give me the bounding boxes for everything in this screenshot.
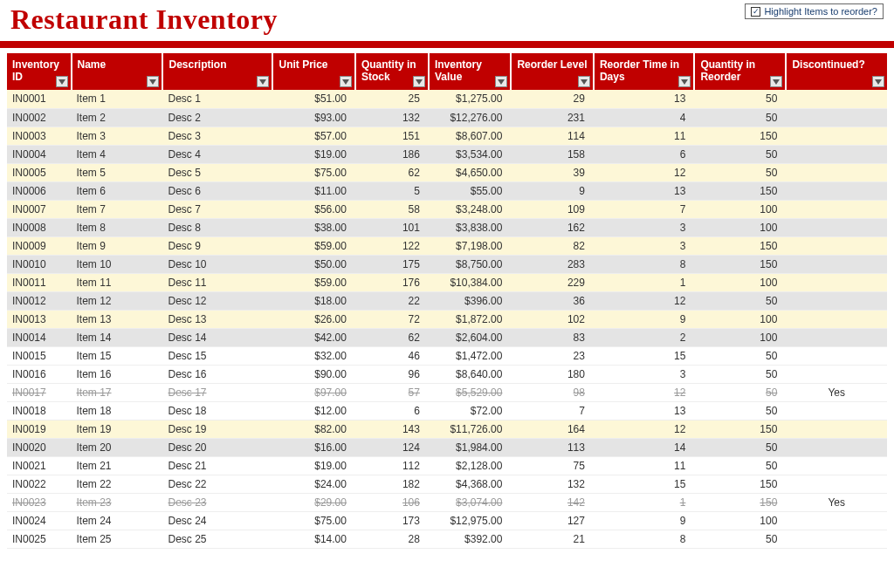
table-row[interactable]: IN0023Item 23Desc 23$29.00106$3,074.0014… [7,493,887,511]
table-row[interactable]: IN0004Item 4Desc 4$19.00186$3,534.001586… [7,145,887,163]
cell [786,310,887,328]
table-row[interactable]: IN0018Item 18Desc 18$12.006$72.0071350 [7,401,887,420]
cell: Desc 8 [162,218,272,236]
cell: 132 [511,475,593,493]
table-row[interactable]: IN0017Item 17Desc 17$97.0057$5,529.00981… [7,383,887,401]
cell: $51.00 [272,90,354,108]
cell: Desc 3 [162,126,272,145]
cell: 50 [694,90,786,108]
cell: Item 13 [72,310,163,328]
cell: $75.00 [272,511,354,530]
table-row[interactable]: IN0013Item 13Desc 13$26.0072$1,872.00102… [7,310,887,328]
cell: 50 [694,163,786,181]
cell [786,145,887,163]
cell [786,530,887,548]
table-row[interactable]: IN0019Item 19Desc 19$82.00143$11,726.001… [7,420,887,438]
svg-marker-7 [681,79,688,85]
filter-dropdown-icon[interactable] [340,76,352,87]
column-header[interactable]: Name [72,53,163,90]
table-row[interactable]: IN0007Item 7Desc 7$56.0058$3,248.0010971… [7,200,887,218]
cell: Item 10 [72,255,163,273]
filter-dropdown-icon[interactable] [678,76,691,87]
filter-dropdown-icon[interactable] [257,76,269,87]
cell: Desc 5 [162,163,272,181]
cell: 23 [511,346,593,365]
filter-dropdown-icon[interactable] [413,76,425,87]
cell: IN0019 [7,420,72,438]
table-row[interactable]: IN0005Item 5Desc 5$75.0062$4,650.0039125… [7,163,887,181]
cell: Desc 24 [162,511,272,530]
column-header[interactable]: Inventory ID [7,53,72,90]
cell: 22 [355,291,429,310]
filter-dropdown-icon[interactable] [872,76,884,87]
filter-dropdown-icon[interactable] [56,76,68,87]
cell: $50.00 [272,255,354,273]
table-row[interactable]: IN0012Item 12Desc 12$18.0022$396.0036125… [7,291,887,310]
cell: 39 [511,163,593,181]
column-header[interactable]: Reorder Time in Days [594,53,694,90]
cell: Item 17 [72,383,163,401]
table-row[interactable]: IN0006Item 6Desc 6$11.005$55.00913150 [7,181,887,200]
cell [786,346,887,365]
cell: 113 [511,438,593,456]
table-row[interactable]: IN0014Item 14Desc 14$42.0062$2,604.00832… [7,328,887,346]
svg-marker-1 [149,79,156,85]
cell: 132 [355,108,429,126]
table-row[interactable]: IN0001Item 1Desc 1$51.0025$1,275.0029135… [7,90,887,108]
column-header[interactable]: Inventory Value [429,53,511,90]
cell: 127 [511,511,593,530]
cell: 231 [511,108,593,126]
table-row[interactable]: IN0016Item 16Desc 16$90.0096$8,640.00180… [7,365,887,383]
table-row[interactable]: IN0011Item 11Desc 11$59.00176$10,384.002… [7,273,887,291]
filter-dropdown-icon[interactable] [495,76,507,87]
table-row[interactable]: IN0003Item 3Desc 3$57.00151$8,607.001141… [7,126,887,145]
svg-marker-3 [342,79,349,85]
cell: $11,726.00 [429,420,511,438]
table-row[interactable]: IN0024Item 24Desc 24$75.00173$12,975.001… [7,511,887,530]
cell: Item 8 [72,218,163,236]
cell: 150 [694,255,786,273]
cell: 112 [355,456,429,475]
column-header[interactable]: Quantity in Stock [355,53,429,90]
table-row[interactable]: IN0008Item 8Desc 8$38.00101$3,838.001623… [7,218,887,236]
cell: $75.00 [272,163,354,181]
highlight-reorder-checkbox[interactable]: ✓ Highlight Items to reorder? [745,3,884,19]
table-row[interactable]: IN0015Item 15Desc 15$32.0046$1,472.00231… [7,346,887,365]
column-header[interactable]: Reorder Level [511,53,593,90]
cell: 283 [511,255,593,273]
svg-marker-9 [875,79,882,85]
table-row[interactable]: IN0021Item 21Desc 21$19.00112$2,128.0075… [7,456,887,475]
column-header[interactable]: Quantity in Reorder [694,53,786,90]
cell [786,291,887,310]
inventory-table: Inventory IDNameDescriptionUnit PriceQua… [7,53,887,549]
column-header[interactable]: Description [162,53,272,90]
filter-dropdown-icon[interactable] [770,76,782,87]
filter-dropdown-icon[interactable] [578,76,590,87]
table-row[interactable]: IN0020Item 20Desc 20$16.00124$1,984.0011… [7,438,887,456]
cell [786,200,887,218]
cell [786,456,887,475]
cell: 1 [594,493,694,511]
cell: IN0001 [7,90,72,108]
cell: 11 [594,126,694,145]
cell: $55.00 [429,181,511,200]
cell: 50 [694,108,786,126]
table-row[interactable]: IN0009Item 9Desc 9$59.00122$7,198.008231… [7,236,887,255]
cell: 143 [355,420,429,438]
cell: 11 [594,456,694,475]
svg-marker-8 [773,79,780,85]
filter-dropdown-icon[interactable] [147,76,159,87]
table-row[interactable]: IN0010Item 10Desc 10$50.00175$8,750.0028… [7,255,887,273]
cell: 50 [694,438,786,456]
cell: $11.00 [272,181,354,200]
column-header[interactable]: Discontinued? [786,53,887,90]
table-row[interactable]: IN0022Item 22Desc 22$24.00182$4,368.0013… [7,475,887,493]
cell: IN0005 [7,163,72,181]
cell: 82 [511,236,593,255]
cell: 6 [355,401,429,420]
column-header[interactable]: Unit Price [272,53,354,90]
table-row[interactable]: IN0025Item 25Desc 25$14.0028$392.0021850 [7,530,887,548]
cell [786,218,887,236]
cell: $38.00 [272,218,354,236]
table-row[interactable]: IN0002Item 2Desc 2$93.00132$12,276.00231… [7,108,887,126]
